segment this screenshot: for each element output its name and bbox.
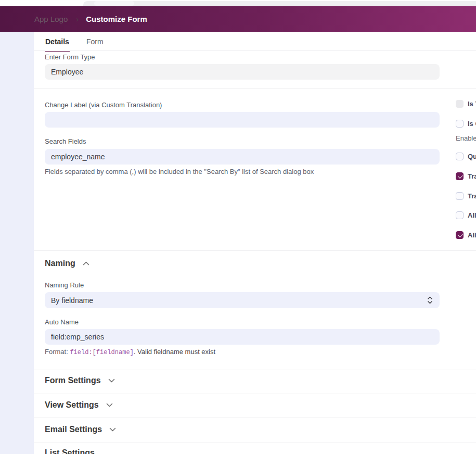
section-header-view-settings[interactable]: View Settings [45,400,113,410]
checkbox-icon[interactable] [456,153,464,160]
checkbox-icon[interactable] [456,192,464,200]
breadcrumb-chevron-icon: › [76,15,79,23]
checkbox-quick-entry[interactable]: Quick Entry [456,153,476,161]
checkbox-track-changes[interactable]: Track Changes [456,172,476,181]
checkbox-icon[interactable] [456,231,464,239]
select-stepper-icon [427,296,433,305]
chevron-down-icon [109,427,116,432]
section-header-form-settings[interactable]: Form Settings [45,376,115,385]
naming-rule-value: By fieldname [51,296,93,305]
auto-name-format-help: Format: field:[fieldname]. Valid fieldna… [45,348,215,356]
checkbox-icon[interactable] [456,172,464,180]
format-help-code: field:[fieldname] [70,349,133,356]
checkbox-allow-import[interactable]: Allow Import (via Data Import Tool) [456,231,476,239]
browser-tab-strip [0,0,476,6]
section-divider [34,370,476,370]
tab-divider [34,51,476,51]
checkbox-icon[interactable] [456,211,464,219]
form-type-input[interactable] [45,64,440,80]
change-label-label: Change Label (via Custom Translation) [45,101,162,109]
checkbox-is-calendar-and-gantt[interactable]: Is Calendar and Gantt [456,120,476,128]
search-fields-description: Fields separated by comma (,) will be in… [45,168,314,175]
page-background-strip [0,32,34,454]
calendar-gantt-description: Enables Calendar and Gantt views [456,134,476,142]
breadcrumb-page-title: Customize Form [86,15,147,23]
chevron-down-icon [106,403,113,407]
customize-form-page: App Logo › Customize Form Details Form E… [0,0,476,454]
app-logo[interactable]: App Logo [34,15,68,23]
format-help-suffix: . Valid fieldname must exist [134,348,215,356]
section-divider [34,418,476,418]
chevron-down-icon [108,379,115,383]
checkbox-allow-auto-repeat[interactable]: Allow Auto Repeat [456,211,476,220]
navbar: App Logo › Customize Form [0,6,476,32]
search-fields-label: Search Fields [45,137,86,145]
form-card [34,32,476,454]
auto-name-label: Auto Name [45,318,79,326]
checkbox-icon[interactable] [456,120,464,128]
search-fields-input[interactable] [45,149,440,165]
browser-tab-panel [83,1,476,6]
naming-rule-select[interactable]: By fieldname [45,292,440,308]
tab-bar: Details Form [45,33,104,52]
checkbox-track-views[interactable]: Track Views [456,192,476,200]
section-divider [34,394,476,394]
section-header-email-settings[interactable]: Email Settings [45,425,116,434]
checkbox-is-table: Is Table [456,100,476,108]
auto-name-input[interactable] [45,329,440,345]
section-header-list-settings[interactable]: List Settings [45,448,95,454]
browser-tab-pill [94,1,134,6]
checkbox-icon [456,100,464,108]
naming-rule-label: Naming Rule [45,281,84,289]
format-help-prefix: Format: [45,348,70,356]
section-divider [34,250,476,251]
change-label-input[interactable] [45,112,440,128]
form-type-label: Enter Form Type [45,53,95,61]
naming-section-title: Naming [45,259,75,268]
section-divider [34,89,476,89]
section-header-naming[interactable]: Naming [45,259,89,268]
section-divider [34,443,476,443]
tab-details[interactable]: Details [45,33,70,52]
chevron-up-icon [83,261,89,266]
tab-form[interactable]: Form [86,33,104,52]
